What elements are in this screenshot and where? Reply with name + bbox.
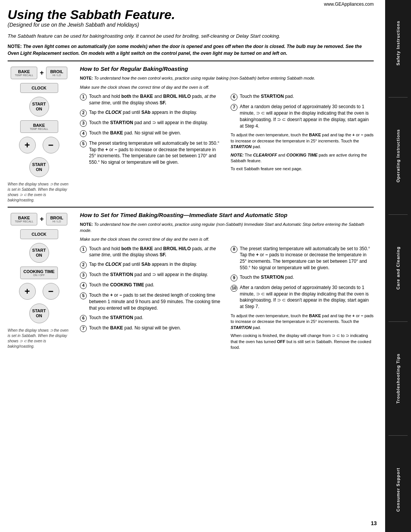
step-2-4: 4 Touch the COOKING TIME pad. [80,282,223,289]
sidebar-divider-1 [389,97,408,97]
page-number: 13 [371,520,377,526]
minus-button-1[interactable]: − [43,137,59,153]
clock-row-1: CLOCK [20,83,58,93]
section2-note1: NOTE: To understand how the oven control… [80,222,374,233]
bake2-row-1: BAKE TEMP RECALL [20,120,58,133]
cooking-time-row: COOKING TIME ON / OFF [20,267,58,279]
plusminus-row-1: + − [19,137,59,153]
section2-adjust: To adjust the oven temperature, touch th… [231,313,374,331]
section2-note2: Make sure the clock shows the correct ti… [80,236,374,242]
sidebar-item-safety: Safety Instructions [396,18,400,69]
step-1-6: 6 Touch the START/ON pad. [231,93,374,101]
clock-button-1[interactable]: CLOCK [20,83,58,93]
start-row-4: STARTON [29,304,49,323]
step-1-2: 2 Tap the CLOCK pad until SAb appears in… [80,109,223,117]
sidebar-divider-3 [389,321,408,322]
section1-caption: When the display shows ⊃ the oven is set… [8,182,70,203]
section1-note1: NOTE: To understand how the oven control… [80,75,374,81]
clock-button-2[interactable]: CLOCK [20,229,58,239]
step-1-7: 7 After a random delay period of approxi… [231,104,374,129]
section2-caption: When the display shows ⊃ the oven is set… [8,328,70,349]
step-1-3: 3 Touch the START/ON pad and ⊃ will appe… [80,120,223,127]
step-2-9: 9 Touch the START/ON pad. [231,274,374,281]
step-2-3: 3 Touch the START/ON pad and ⊃ will appe… [80,272,223,279]
page-title-block: Using the Sabbath Feature. (Designed for… [8,8,175,29]
intro-paragraph: The Sabbath feature can be used for baki… [8,33,280,39]
section2-steps: 1 Touch and hold both the BAKE and BROIL… [80,246,374,353]
cooking-time-button[interactable]: COOKING TIME ON / OFF [20,267,58,279]
step-2-1: 1 Touch and hold both the BAKE and BROIL… [80,246,223,259]
section2-instructions: How to Set for Timed Baking/Roasting—Imm… [74,211,374,353]
bake-broil-row: BAKE TEMP RECALL + BROIL HI / LO [11,67,67,79]
step-1-1: 1 Touch and hold both the BAKE and BROIL… [80,93,223,106]
sidebar-item-operating: Operating Instructions [396,126,400,185]
step-2-10: 10 After a random delay period of approx… [231,284,374,310]
start-row-1: STARTON [29,97,49,117]
sidebar-divider-2 [389,214,408,215]
note-text: NOTE: The oven light comes on automatica… [8,43,374,57]
section2-steps-left: 1 Touch and hold both the BAKE and BROIL… [80,246,223,353]
section2: BAKE TEMP RECALL + BROIL HI / LO CLOCK S… [8,207,374,353]
section1-steps: 1 Touch and hold both the BAKE and BROIL… [80,93,374,174]
section2-title: How to Set for Timed Baking/Roasting—Imm… [80,211,374,219]
step-2-5: 5 Touch the + or − pads to set the desir… [80,292,223,311]
minus-button-2[interactable]: − [43,283,59,300]
sidebar-item-care: Care and Cleaning [396,243,400,293]
intro-text: The Sabbath feature can be used for baki… [8,32,374,40]
bake-broil-row-2: BAKE TEMP RECALL + BROIL HI / LO [11,213,67,225]
start-button-2[interactable]: STARTON [29,157,49,177]
control-panel-1: BAKE TEMP RECALL + BROIL HI / LO CLOCK S… [8,65,74,203]
sidebar-divider-4 [389,435,408,436]
section2-steps-right: 8 The preset starting temperature will a… [231,246,374,353]
note-content: The oven light comes on automatically (o… [8,44,362,56]
section1-adjust: To adjust the oven temperature, touch th… [231,132,374,150]
start-button-4[interactable]: STARTON [29,304,49,323]
section2-finish: When cooking is finished, the display wi… [231,333,374,350]
page-title: Using the Sabbath Feature. [8,8,175,22]
website-url: www.GEAppliances.com [324,2,374,7]
section1-steps-right: 6 Touch the START/ON pad. 7 After a rand… [231,93,374,174]
start-button-3[interactable]: STARTON [29,243,49,263]
bake-button-1[interactable]: BAKE TEMP RECALL [11,67,38,79]
bake-button-2[interactable]: BAKE TEMP RECALL [20,120,58,133]
sidebar-item-troubleshooting: Troubleshooting Tips [396,350,400,407]
sidebar: Safety Instructions Operating Instructio… [385,0,411,532]
start-row-2: STARTON [29,157,49,177]
step-2-8: 8 The preset starting temperature will a… [231,246,374,271]
plusminus-row-2: + − [19,283,59,300]
broil-button-1[interactable]: BROIL HI / LO [46,67,67,79]
section1-note2: Make sure the clock shows the correct ti… [80,85,374,90]
section1: BAKE TEMP RECALL + BROIL HI / LO CLOCK S… [8,61,374,203]
plus-connector-1: + [40,69,44,77]
bake-button-3[interactable]: BAKE TEMP RECALL [11,213,38,225]
control-panel-2: BAKE TEMP RECALL + BROIL HI / LO CLOCK S… [8,211,74,353]
start-button-1[interactable]: STARTON [29,97,49,117]
page-subtitle: (Designed for use on the Jewish Sabbath … [8,22,175,28]
section1-title: How to Set for Regular Baking/Roasting [80,65,374,73]
header-row: Using the Sabbath Feature. (Designed for… [8,8,374,29]
step-1-4: 4 Touch the BAKE pad. No signal will be … [80,130,223,137]
section1-exit: To exit Sabbath feature see next page. [231,166,374,172]
sidebar-item-consumer: Consumer Support [396,465,400,515]
step-1-5: 5 The preset starting temperature will a… [80,140,223,166]
broil-button-2[interactable]: BROIL HI / LO [46,213,67,225]
step-2-7: 7 Touch the BAKE pad. No signal will be … [80,325,223,332]
main-content: Using the Sabbath Feature. (Designed for… [0,0,385,364]
section1-note3: NOTE: The CLEAR/OFF and COOKING TIME pad… [231,152,374,164]
step-2-2: 2 Tap the CLOCK pad until SAb appears in… [80,261,223,268]
plus-button-2[interactable]: + [19,283,36,300]
clock-row-2: CLOCK [20,229,58,239]
plus-connector-2: + [40,215,44,223]
section1-instructions: How to Set for Regular Baking/Roasting N… [74,65,374,203]
section1-steps-left: 1 Touch and hold both the BAKE and BROIL… [80,93,223,174]
plus-button-1[interactable]: + [19,137,36,153]
start-row-3: STARTON [29,243,49,263]
step-2-6: 6 Touch the START/ON pad. [80,315,223,322]
